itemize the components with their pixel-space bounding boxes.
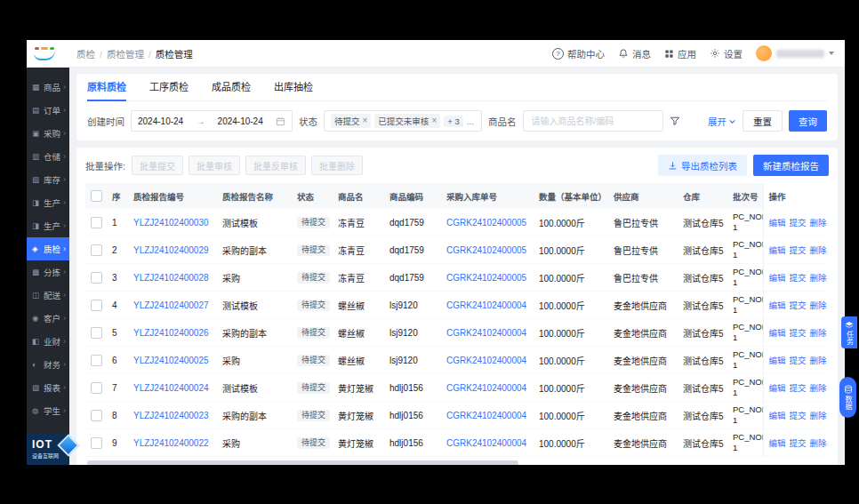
report-no-link[interactable]: YLZJ24102400030 xyxy=(133,218,209,228)
batch-button-批量审核[interactable]: 批量审核 xyxy=(189,156,240,175)
sidebar-item-仓储[interactable]: ▥仓储› xyxy=(27,145,69,168)
row-checkbox[interactable] xyxy=(91,437,102,449)
row-action-编辑[interactable]: 编辑 xyxy=(769,300,786,310)
receipt-no-link[interactable]: CGRK24102400005 xyxy=(446,218,526,228)
receipt-no-link[interactable]: CGRK24102400004 xyxy=(446,438,526,448)
row-checkbox[interactable] xyxy=(91,244,102,256)
filter-funnel-button[interactable] xyxy=(670,116,680,126)
row-action-编辑[interactable]: 编辑 xyxy=(769,218,786,228)
row-checkbox[interactable] xyxy=(91,300,102,311)
floating-data-button[interactable]: 数据 xyxy=(839,377,856,418)
row-action-删除[interactable]: 删除 xyxy=(810,300,827,310)
tab-成品质检[interactable]: 成品质检 xyxy=(212,74,251,100)
row-action-编辑[interactable]: 编辑 xyxy=(769,411,786,420)
create-inspection-report-button[interactable]: 新建质检报告 xyxy=(753,155,829,176)
row-checkbox[interactable] xyxy=(91,272,102,284)
row-action-编辑[interactable]: 编辑 xyxy=(769,438,786,448)
row-action-提交[interactable]: 提交 xyxy=(790,245,807,255)
tab-工序质检[interactable]: 工序质检 xyxy=(149,74,189,100)
tag-close-icon[interactable]: × xyxy=(431,116,437,125)
tab-出库抽检[interactable]: 出库抽检 xyxy=(274,74,313,100)
report-no-link[interactable]: YLZJ24102400027 xyxy=(133,300,209,310)
sidebar-item-质检[interactable]: ◈质检› xyxy=(27,237,69,260)
sidebar-item-财务[interactable]: ◐财务› xyxy=(27,353,69,376)
row-action-删除[interactable]: 删除 xyxy=(810,328,827,338)
row-action-编辑[interactable]: 编辑 xyxy=(769,328,786,338)
row-checkbox[interactable] xyxy=(91,382,102,394)
sidebar-item-分拣[interactable]: ▩分拣› xyxy=(27,260,69,284)
tag-close-icon[interactable]: × xyxy=(363,116,368,125)
row-checkbox[interactable] xyxy=(91,410,102,421)
row-action-提交[interactable]: 提交 xyxy=(790,356,807,365)
row-action-提交[interactable]: 提交 xyxy=(790,328,807,338)
row-action-编辑[interactable]: 编辑 xyxy=(769,383,786,393)
row-action-提交[interactable]: 提交 xyxy=(790,273,807,283)
sidebar-item-学生餐[interactable]: ◍学生餐› xyxy=(27,399,69,422)
receipt-no-link[interactable]: CGRK24102400004 xyxy=(446,356,526,365)
floating-task-tab[interactable]: 任务 xyxy=(841,316,857,348)
row-action-编辑[interactable]: 编辑 xyxy=(769,245,786,255)
row-action-删除[interactable]: 删除 xyxy=(810,411,827,420)
receipt-no-link[interactable]: CGRK24102400004 xyxy=(446,328,526,338)
row-action-编辑[interactable]: 编辑 xyxy=(769,273,786,283)
receipt-no-link[interactable]: CGRK24102400004 xyxy=(446,383,526,393)
row-action-编辑[interactable]: 编辑 xyxy=(769,356,786,365)
receipt-no-link[interactable]: CGRK24102400004 xyxy=(446,411,526,420)
sidebar-item-生产[interactable]: ◨生产› xyxy=(27,191,69,214)
report-no-link[interactable]: YLZJ24102400029 xyxy=(133,245,209,255)
export-inspection-list-button[interactable]: 导出质检列表 xyxy=(658,155,747,176)
row-checkbox[interactable] xyxy=(91,327,102,339)
row-action-删除[interactable]: 删除 xyxy=(810,383,827,393)
row-action-提交[interactable]: 提交 xyxy=(790,438,807,448)
sidebar-item-配送[interactable]: ◫配送› xyxy=(27,284,69,307)
report-no-link[interactable]: YLZJ24102400025 xyxy=(133,356,209,365)
row-action-删除[interactable]: 删除 xyxy=(810,356,827,365)
row-action-删除[interactable]: 删除 xyxy=(810,438,827,448)
report-no-link[interactable]: YLZJ24102400023 xyxy=(133,411,209,420)
search-button[interactable]: 查询 xyxy=(789,110,827,132)
row-checkbox[interactable] xyxy=(91,355,102,366)
report-no-link[interactable]: YLZJ24102400028 xyxy=(133,273,209,283)
batch-button-批量反审核[interactable]: 批量反审核 xyxy=(245,156,306,175)
sidebar-item-商品[interactable]: ▦商品› xyxy=(27,76,69,99)
user-menu[interactable] xyxy=(756,45,834,61)
date-range-picker[interactable]: 2024-10-24 → 2024-10-24 xyxy=(131,110,293,132)
sidebar-item-客户[interactable]: ◉客户› xyxy=(27,307,69,330)
sidebar-item-库存[interactable]: ▧库存› xyxy=(27,168,69,191)
receipt-no-link[interactable]: CGRK24102400005 xyxy=(446,245,526,255)
sidebar-item-报表[interactable]: ▨报表› xyxy=(27,376,69,399)
receipt-no-link[interactable]: CGRK24102400004 xyxy=(446,300,526,310)
receipt-no-link[interactable]: CGRK24102400005 xyxy=(446,273,526,283)
expand-filters-button[interactable]: 展开 xyxy=(708,115,736,128)
row-action-删除[interactable]: 删除 xyxy=(810,273,827,283)
product-search-input[interactable] xyxy=(530,116,656,127)
report-no-link[interactable]: YLZJ24102400026 xyxy=(133,328,209,338)
status-more-tag[interactable]: + 3 xyxy=(444,116,462,127)
breadcrumb-item[interactable]: 质检 xyxy=(76,47,102,60)
row-action-提交[interactable]: 提交 xyxy=(790,218,807,228)
row-action-提交[interactable]: 提交 xyxy=(790,300,807,310)
tab-原料质检[interactable]: 原料质检 xyxy=(87,74,126,100)
help-center-button[interactable]: 帮助中心 xyxy=(552,47,605,60)
scrollbar-thumb[interactable] xyxy=(87,460,518,465)
row-action-提交[interactable]: 提交 xyxy=(790,411,807,420)
row-action-删除[interactable]: 删除 xyxy=(810,218,827,228)
sidebar-item-生产[interactable]: ◨生产› xyxy=(27,214,69,237)
row-checkbox[interactable] xyxy=(91,217,102,228)
batch-button-批量提交[interactable]: 批量提交 xyxy=(132,156,183,175)
batch-button-批量删除[interactable]: 批量删除 xyxy=(311,156,363,175)
status-filter[interactable]: 待提交×已提交未审核×+ 3... xyxy=(324,110,482,132)
select-all-checkbox[interactable] xyxy=(91,190,102,202)
sidebar-item-采购[interactable]: ▣采购› xyxy=(27,122,69,145)
apps-button[interactable]: 应用 xyxy=(664,47,696,60)
row-action-删除[interactable]: 删除 xyxy=(810,245,827,255)
reset-button[interactable]: 重置 xyxy=(743,110,783,132)
messages-button[interactable]: 消息 xyxy=(618,47,651,60)
report-no-link[interactable]: YLZJ24102400024 xyxy=(133,383,209,393)
breadcrumb-item[interactable]: 质检管理 xyxy=(107,47,151,60)
row-action-提交[interactable]: 提交 xyxy=(790,383,807,393)
brand-logo[interactable] xyxy=(27,40,69,67)
sidebar-item-订单[interactable]: ▤订单› xyxy=(27,99,69,122)
report-no-link[interactable]: YLZJ24102400022 xyxy=(133,438,209,448)
sidebar-item-业财[interactable]: ◧业财› xyxy=(27,330,69,353)
